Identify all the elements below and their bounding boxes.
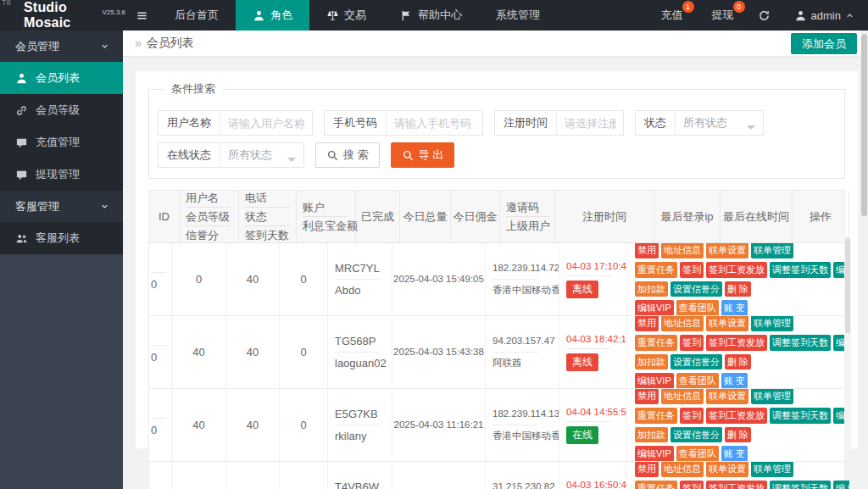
reset-task-button[interactable]: 重置任务 xyxy=(635,335,677,351)
export-button[interactable]: 导 出 xyxy=(391,142,455,168)
edit-vip-button[interactable]: 编辑VIP xyxy=(635,373,674,388)
disable-button[interactable]: 禁用 xyxy=(635,243,659,258)
user-icon xyxy=(253,9,265,22)
action-line: 编辑VIP查看团队账 变 xyxy=(635,300,849,315)
topbar-nav-item-2[interactable]: 交易 xyxy=(309,0,383,31)
checkin-button[interactable]: 签到 xyxy=(680,262,704,278)
today-commission-value: 0 xyxy=(300,419,306,431)
last-online-time: 04-04 14:55:56 xyxy=(566,407,626,417)
table-scrollbar[interactable] xyxy=(844,236,851,458)
refresh-button[interactable] xyxy=(758,9,771,22)
action-line: 禁用地址信息联单设置联单管理 xyxy=(635,243,849,258)
order-manage-button[interactable]: 联单管理 xyxy=(751,389,793,404)
address-info-button[interactable]: 地址信息 xyxy=(661,389,704,404)
edit-vip-button[interactable]: 编辑VIP xyxy=(635,300,674,315)
delete-button[interactable]: 删 除 xyxy=(725,354,751,370)
disable-button[interactable]: 禁用 xyxy=(635,389,659,404)
sidebar-item-0-1[interactable]: 会员等级 xyxy=(0,94,123,126)
delete-button[interactable]: 删 除 xyxy=(725,427,751,443)
order-manage-button[interactable]: 联单管理 xyxy=(751,316,793,331)
register-time-field-group: 注册时间 xyxy=(494,110,624,136)
menu-toggle-button[interactable] xyxy=(125,0,158,31)
cell-divider xyxy=(335,425,381,425)
address-info-button[interactable]: 地址信息 xyxy=(661,316,704,331)
sidebar-section-0[interactable]: 会员管理 xyxy=(0,31,123,62)
checkin-button[interactable]: 签到 xyxy=(680,481,704,489)
online-status-select[interactable]: 所有状态 xyxy=(220,147,303,163)
table-row-3: 040400T4VB6Wlaoguan022025-04-03 11:06:05… xyxy=(149,462,844,489)
topbar-nav-item-4[interactable]: 系统管理 xyxy=(479,0,557,31)
page-scrollbar-thumb[interactable] xyxy=(861,34,867,216)
username-field[interactable] xyxy=(220,117,312,130)
invite-cell: MRC7YLAbdo xyxy=(328,243,392,315)
withdraw-shortcut[interactable]: 提现0 xyxy=(712,8,734,23)
add-deduction-button[interactable]: 加扣款 xyxy=(635,427,668,443)
register-time-field[interactable] xyxy=(557,117,623,130)
view-team-button[interactable]: 查看团队 xyxy=(676,300,719,315)
today-commission-cell: 0 xyxy=(280,243,328,315)
edit-vip-button[interactable]: 编辑VIP xyxy=(635,446,674,461)
search-button[interactable]: 搜 索 xyxy=(315,142,380,168)
recharge-shortcut-label: 充值 xyxy=(661,8,683,21)
table-scrollbar-thumb[interactable] xyxy=(845,238,850,333)
sidebar-item-1-0[interactable]: 客服列表 xyxy=(0,222,123,254)
header-divider xyxy=(303,216,347,217)
checkin-salary-button[interactable]: 签到工资发放 xyxy=(706,262,767,278)
breadcrumb-marker: » xyxy=(135,36,142,50)
account-change-button[interactable]: 账 变 xyxy=(721,446,748,461)
order-manage-button[interactable]: 联单管理 xyxy=(751,243,793,258)
reset-task-button[interactable]: 重置任务 xyxy=(635,262,677,278)
sidebar-item-0-3[interactable]: 提现管理 xyxy=(0,158,123,191)
order-settings-button[interactable]: 联单设置 xyxy=(706,389,748,404)
topbar-nav-item-3[interactable]: 帮助中心 xyxy=(383,0,479,31)
col-header-line: 注册时间 xyxy=(582,210,626,223)
account-change-button[interactable]: 账 变 xyxy=(721,300,748,315)
view-team-button[interactable]: 查看团队 xyxy=(676,373,719,388)
actions-cell: 禁用地址信息联单设置联单管理重置任务签到签到工资发放调整签到天数编 辑加扣款设置… xyxy=(627,389,849,461)
order-settings-button[interactable]: 联单设置 xyxy=(706,243,748,258)
user-menu[interactable]: admin xyxy=(794,9,854,22)
page-scrollbar[interactable] xyxy=(860,31,868,489)
add-member-button[interactable]: 添加会员 xyxy=(791,33,857,54)
delete-button[interactable]: 删 除 xyxy=(725,281,751,297)
online-status-select-label: 在线状态 xyxy=(159,143,220,167)
set-credit-button[interactable]: 设置信誉分 xyxy=(670,354,722,370)
adjust-checkin-days-button[interactable]: 调整签到天数 xyxy=(770,408,831,424)
order-manage-button[interactable]: 联单管理 xyxy=(751,462,793,477)
sidebar-item-label: 充值管理 xyxy=(36,135,80,150)
sidebar-item-0-0[interactable]: 会员列表 xyxy=(0,62,123,94)
disable-button[interactable]: 禁用 xyxy=(635,462,659,477)
address-info-button[interactable]: 地址信息 xyxy=(661,243,704,258)
checkin-salary-button[interactable]: 签到工资发放 xyxy=(706,408,767,424)
sidebar-item-0-2[interactable]: 充值管理 xyxy=(0,126,123,158)
adjust-checkin-days-button[interactable]: 调整签到天数 xyxy=(770,481,831,489)
topbar-nav-item-1[interactable]: 角色 xyxy=(236,0,309,31)
search-icon xyxy=(326,149,339,162)
checkin-salary-button[interactable]: 签到工资发放 xyxy=(706,481,767,489)
set-credit-button[interactable]: 设置信誉分 xyxy=(670,427,722,443)
checkin-salary-button[interactable]: 签到工资发放 xyxy=(706,335,767,351)
order-settings-button[interactable]: 联单设置 xyxy=(706,462,748,477)
set-credit-button[interactable]: 设置信誉分 xyxy=(670,281,722,297)
topbar-nav-item-0[interactable]: 后台首页 xyxy=(158,0,236,31)
reset-task-button[interactable]: 重置任务 xyxy=(635,408,677,424)
edit-button[interactable]: 编 辑 xyxy=(833,481,849,489)
account-change-button[interactable]: 账 变 xyxy=(721,373,748,388)
ip-location: 阿联酋 xyxy=(492,357,559,370)
add-deduction-button[interactable]: 加扣款 xyxy=(635,281,668,297)
add-deduction-button[interactable]: 加扣款 xyxy=(635,354,668,370)
status-select[interactable]: 所有状态 xyxy=(676,115,763,131)
address-info-button[interactable]: 地址信息 xyxy=(661,462,704,477)
checkin-button[interactable]: 签到 xyxy=(680,335,704,351)
today-total-cell: 40 xyxy=(226,243,280,315)
sidebar-section-1[interactable]: 客服管理 xyxy=(0,191,123,222)
disable-button[interactable]: 禁用 xyxy=(635,316,659,331)
order-settings-button[interactable]: 联单设置 xyxy=(706,316,748,331)
phone-field[interactable] xyxy=(387,117,482,130)
adjust-checkin-days-button[interactable]: 调整签到天数 xyxy=(770,335,831,351)
checkin-button[interactable]: 签到 xyxy=(680,408,704,424)
adjust-checkin-days-button[interactable]: 调整签到天数 xyxy=(770,262,831,278)
recharge-shortcut[interactable]: 充值1 xyxy=(661,8,683,23)
reset-task-button[interactable]: 重置任务 xyxy=(635,481,677,489)
view-team-button[interactable]: 查看团队 xyxy=(676,446,719,461)
